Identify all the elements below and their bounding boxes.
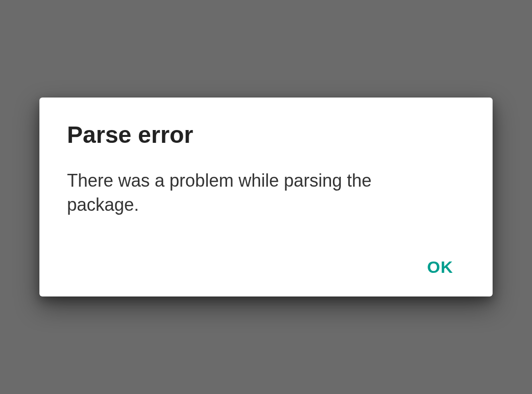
dialog-title: Parse error <box>67 121 465 148</box>
parse-error-dialog: Parse error There was a problem while pa… <box>39 98 493 296</box>
dialog-message: There was a problem while parsing the pa… <box>67 169 441 217</box>
ok-button[interactable]: OK <box>415 253 465 282</box>
dialog-actions: OK <box>67 253 465 282</box>
